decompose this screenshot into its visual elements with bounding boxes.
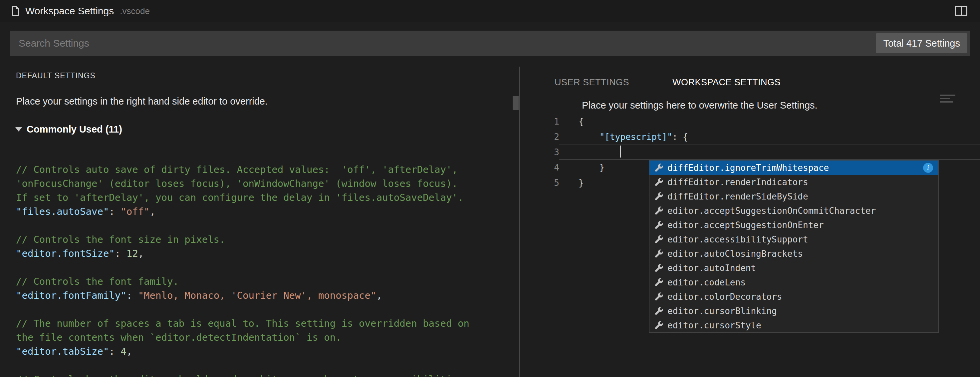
default-code-line: // The number of spaces a tab is equal t… xyxy=(16,317,504,330)
line-number: 2 xyxy=(520,129,559,145)
token-comment: // Controls the font size in pixels. xyxy=(16,234,225,245)
split-editor-icon[interactable] xyxy=(955,6,967,16)
text-cursor xyxy=(620,146,621,157)
wrench-icon xyxy=(654,278,663,287)
suggestion-label: diffEditor.renderSideBySide xyxy=(667,191,808,202)
token-punct: , xyxy=(150,206,156,217)
window-subtitle: .vscode xyxy=(120,6,150,16)
search-bar: Total 417 Settings xyxy=(10,31,970,56)
suggestion-item[interactable]: diffEditor.renderIndicators xyxy=(649,175,939,189)
wrench-icon xyxy=(654,321,663,330)
default-code-line: // Controls the font size in pixels. xyxy=(16,232,504,247)
suggestion-item[interactable]: editor.autoClosingBrackets xyxy=(649,247,939,261)
file-icon xyxy=(11,6,20,16)
token-comment: the file contents when `editor.detectInd… xyxy=(16,332,342,343)
suggestion-label: editor.codeLens xyxy=(667,277,746,288)
tab-user-settings[interactable]: USER SETTINGS xyxy=(555,77,629,87)
suggestion-label: diffEditor.renderIndicators xyxy=(667,177,808,187)
editor-line-content[interactable]: { xyxy=(559,114,980,129)
suggestion-item[interactable]: diffEditor.renderSideBySide xyxy=(649,189,939,204)
wrench-icon xyxy=(654,192,663,201)
wrench-icon xyxy=(654,306,663,316)
settings-tabs: USER SETTINGS WORKSPACE SETTINGS xyxy=(555,77,781,87)
token-key: "[typescript]" xyxy=(600,132,673,142)
token-key: "files.autoSave" xyxy=(16,206,109,217)
token-comment: // Controls the font family. xyxy=(16,276,179,287)
token-comment: 'onFocusChange' (editor loses focus), 'o… xyxy=(16,178,458,189)
editor-line-content[interactable] xyxy=(559,145,980,160)
info-icon[interactable]: i xyxy=(923,163,933,173)
token-number: 4 xyxy=(121,346,126,357)
suggestion-item[interactable]: editor.cursorStyle xyxy=(649,318,939,332)
suggestion-label: editor.autoIndent xyxy=(667,263,756,273)
suggestion-label: editor.acceptSuggestionOnEnter xyxy=(667,220,824,230)
line-number: 4 xyxy=(520,160,559,175)
suggestion-item[interactable]: editor.codeLens xyxy=(649,275,939,290)
default-settings-header: DEFAULT SETTINGS xyxy=(16,71,95,80)
token-string: "Menlo, Monaco, 'Courier New', monospace… xyxy=(138,290,377,301)
line-number: 5 xyxy=(520,175,559,191)
token-punct: { xyxy=(579,116,584,127)
token-comment: // Controls auto save of dirty files. Ac… xyxy=(16,164,458,175)
token-key: "editor.fontSize" xyxy=(16,248,115,259)
token-string: "off" xyxy=(121,206,150,217)
token-punct: , xyxy=(377,290,382,301)
total-settings-badge: Total 417 Settings xyxy=(876,33,967,53)
tab-workspace-settings[interactable]: WORKSPACE SETTINGS xyxy=(673,77,781,87)
suggestion-item[interactable]: editor.cursorBlinking xyxy=(649,304,939,318)
titlebar: Workspace Settings .vscode xyxy=(0,0,980,22)
token-punct xyxy=(579,132,600,142)
token-punct: } xyxy=(579,178,584,188)
default-code-line xyxy=(16,218,504,232)
editor-line[interactable]: 2 "[typescript]": { xyxy=(520,129,980,145)
token-punct: : xyxy=(109,346,121,357)
token-punct: , xyxy=(126,346,132,357)
suggestion-label: editor.autoClosingBrackets xyxy=(667,249,803,259)
workspace-settings-description: Place your settings here to overwrite th… xyxy=(582,100,818,111)
token-comment: If set to 'afterDelay', you can configur… xyxy=(16,192,463,203)
token-number: 12 xyxy=(126,248,138,259)
token-punct: , xyxy=(138,248,144,259)
default-code-line: // Controls the font family. xyxy=(16,274,504,288)
line-number: 3 xyxy=(520,145,559,160)
wrench-icon xyxy=(654,292,663,301)
token-comment: // The number of spaces a tab is equal t… xyxy=(16,318,469,329)
wrench-icon xyxy=(654,163,663,172)
left-scrollbar[interactable] xyxy=(513,67,519,377)
token-punct: : xyxy=(115,248,126,259)
default-code-line: the file contents when `editor.detectInd… xyxy=(16,330,504,344)
suggestion-item[interactable]: editor.accessibilitySupport xyxy=(649,232,939,247)
default-settings-pane: DEFAULT SETTINGS Place your settings in … xyxy=(0,67,519,377)
line-number: 1 xyxy=(520,114,559,129)
default-settings-description: Place your settings in the right hand si… xyxy=(16,96,268,107)
default-settings-code[interactable]: // Controls auto save of dirty files. Ac… xyxy=(16,162,504,377)
suggestion-item[interactable]: editor.acceptSuggestionOnCommitCharacter xyxy=(649,204,939,218)
collapse-arrow-icon xyxy=(15,127,22,132)
suggestion-item[interactable]: diffEditor.ignoreTrimWhitespacei xyxy=(649,161,939,175)
token-punct: : xyxy=(109,206,121,217)
wrench-icon xyxy=(654,235,663,244)
suggestion-label: diffEditor.ignoreTrimWhitespace xyxy=(667,163,829,173)
default-code-line xyxy=(16,302,504,317)
suggestion-item[interactable]: editor.colorDecorators xyxy=(649,290,939,304)
editor-line[interactable]: 3 xyxy=(520,145,980,160)
minimap[interactable] xyxy=(940,95,955,103)
suggestion-widget: diffEditor.ignoreTrimWhitespaceidiffEdit… xyxy=(649,160,939,333)
suggestion-item[interactable]: editor.acceptSuggestionOnEnter xyxy=(649,218,939,232)
default-code-line: If set to 'afterDelay', you can configur… xyxy=(16,191,504,205)
suggestion-label: editor.cursorBlinking xyxy=(667,306,777,316)
suggestion-item[interactable]: editor.autoIndent xyxy=(649,261,939,275)
scrollbar-thumb[interactable] xyxy=(513,96,519,110)
editor-line[interactable]: 1{ xyxy=(520,114,980,129)
window-title: Workspace Settings xyxy=(25,5,114,17)
section-commonly-used[interactable]: Commonly Used (11) xyxy=(15,124,122,135)
search-input[interactable] xyxy=(10,31,970,56)
editor-line-content[interactable]: "[typescript]": { xyxy=(559,129,980,145)
default-code-line: "editor.fontFamily": "Menlo, Monaco, 'Co… xyxy=(16,288,504,302)
wrench-icon xyxy=(654,249,663,258)
token-key: "editor.fontFamily" xyxy=(16,290,126,301)
wrench-icon xyxy=(654,206,663,215)
default-code-line: "files.autoSave": "off", xyxy=(16,205,504,218)
suggestion-label: editor.cursorStyle xyxy=(667,320,761,330)
default-code-line: "editor.tabSize": 4, xyxy=(16,344,504,358)
